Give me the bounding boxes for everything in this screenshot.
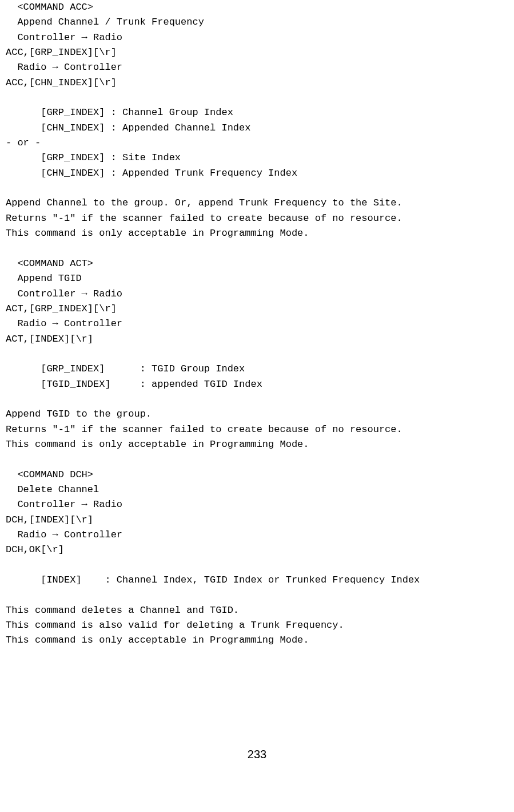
acc-desc-2: Returns "-1" if the scanner failed to cr… (6, 211, 508, 226)
blank-line (6, 392, 508, 407)
command-block-acc: <COMMAND ACC> Append Channel / Trunk Fre… (6, 0, 508, 241)
acc-param-4: [CHN_INDEX] : Appended Trunk Frequency I… (6, 166, 508, 181)
page-number: 233 (6, 746, 508, 763)
acc-desc-1: Append Channel to the group. Or, append … (6, 196, 508, 211)
act-c2r-label: Controller → Radio (6, 287, 508, 302)
act-r2c-cmd: ACT,[INDEX][\r] (6, 332, 508, 347)
acc-or: - or - (6, 136, 508, 150)
acc-param-3: [GRP_INDEX] : Site Index (6, 150, 508, 165)
blank-line (6, 347, 508, 362)
act-r2c-label: Radio → Controller (6, 316, 508, 331)
blank-line (6, 558, 508, 573)
dch-c2r-cmd: DCH,[INDEX][\r] (6, 513, 508, 528)
dch-desc-1: This command deletes a Channel and TGID. (6, 603, 508, 618)
dch-title: Delete Channel (6, 482, 508, 497)
acc-param-1: [GRP_INDEX] : Channel Group Index (6, 105, 508, 120)
acc-param-2: [CHN_INDEX] : Appended Channel Index (6, 121, 508, 136)
act-desc-2: Returns "-1" if the scanner failed to cr… (6, 422, 508, 437)
act-param-1: [GRP_INDEX] : TGID Group Index (6, 362, 508, 377)
dch-desc-2: This command is also valid for deleting … (6, 618, 508, 633)
acc-header: <COMMAND ACC> (6, 0, 508, 15)
blank-line (6, 241, 508, 256)
act-header: <COMMAND ACT> (6, 256, 508, 271)
acc-r2c-cmd: ACC,[CHN_INDEX][\r] (6, 76, 508, 90)
blank-line (6, 90, 508, 105)
dch-desc-3: This command is only acceptable in Progr… (6, 633, 508, 648)
acc-c2r-cmd: ACC,[GRP_INDEX][\r] (6, 45, 508, 60)
blank-line (6, 452, 508, 467)
act-desc-1: Append TGID to the group. (6, 407, 508, 422)
blank-line (6, 181, 508, 196)
dch-r2c-cmd: DCH,OK[\r] (6, 542, 508, 557)
command-block-act: <COMMAND ACT> Append TGID Controller → R… (6, 256, 508, 452)
acc-c2r-label: Controller → Radio (6, 30, 508, 45)
act-c2r-cmd: ACT,[GRP_INDEX][\r] (6, 302, 508, 316)
act-title: Append TGID (6, 271, 508, 286)
dch-param-1: [INDEX] : Channel Index, TGID Index or T… (6, 573, 508, 588)
act-desc-3: This command is only acceptable in Progr… (6, 437, 508, 452)
dch-r2c-label: Radio → Controller (6, 528, 508, 542)
acc-title: Append Channel / Trunk Frequency (6, 15, 508, 30)
acc-desc-3: This command is only acceptable in Progr… (6, 226, 508, 241)
act-param-2: [TGID_INDEX] : appended TGID Index (6, 377, 508, 392)
dch-c2r-label: Controller → Radio (6, 497, 508, 512)
dch-header: <COMMAND DCH> (6, 468, 508, 482)
blank-line (6, 588, 508, 603)
acc-r2c-label: Radio → Controller (6, 60, 508, 75)
command-block-dch: <COMMAND DCH> Delete Channel Controller … (6, 468, 508, 648)
